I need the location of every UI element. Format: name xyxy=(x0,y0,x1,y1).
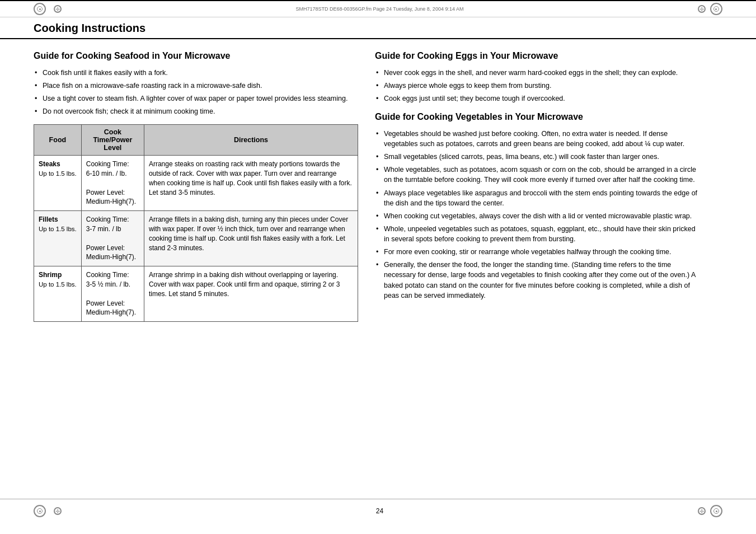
list-item: Place fish on a microwave-safe roasting … xyxy=(34,81,358,91)
table-row: Shrimp Up to 1.5 lbs. Cooking Time: 3-5 … xyxy=(34,266,358,322)
col-header-cook-time: Cook Time/Power Level xyxy=(81,125,144,156)
col-header-food: Food xyxy=(34,125,82,156)
directions-cell: Arrange fillets in a baking dish, turnin… xyxy=(144,211,358,266)
main-content: Guide for Cooking Seafood in Your Microw… xyxy=(0,39,756,333)
page-wrapper: ✛ SMH7178STD DE68-00356GP.fm Page 24 Tue… xyxy=(0,0,756,534)
bottom-right-circle-inner: ✛ xyxy=(698,507,706,515)
eggs-bullets: Never cook eggs in the shell, and never … xyxy=(375,68,699,104)
cook-time-cell: Cooking Time: 3-7 min. / lb Power Level:… xyxy=(81,211,144,266)
top-bar: ✛ SMH7178STD DE68-00356GP.fm Page 24 Tue… xyxy=(0,0,756,17)
cooking-table: Food Cook Time/Power Level Directions St… xyxy=(34,124,358,322)
right-column: Guide for Cooking Eggs in Your Microwave… xyxy=(375,50,699,322)
food-cell: Shrimp Up to 1.5 lbs. xyxy=(34,266,82,322)
directions-cell: Arrange shrimp in a baking dish without … xyxy=(144,266,358,322)
bottom-left-circle-inner: ✛ xyxy=(54,507,62,515)
table-row: Steaks Up to 1.5 lbs. Cooking Time: 6-10… xyxy=(34,156,358,211)
list-item: Use a tight cover to steam fish. A light… xyxy=(34,93,358,104)
list-item: Never cook eggs in the shell, and never … xyxy=(375,68,699,78)
eggs-heading: Guide for Cooking Eggs in Your Microwave xyxy=(375,50,699,62)
page-title: Cooking Instructions xyxy=(34,22,145,34)
seafood-bullets: Cook fish until it flakes easily with a … xyxy=(34,68,358,117)
cook-time-cell: Cooking Time: 3-5 ½ min. / lb. Power Lev… xyxy=(81,266,144,322)
file-info: SMH7178STD DE68-00356GP.fm Page 24 Tuesd… xyxy=(296,6,464,12)
directions-cell: Arrange steaks on roasting rack with mea… xyxy=(144,156,358,211)
list-item: Cook fish until it flakes easily with a … xyxy=(34,68,358,78)
list-item: For more even cooking, stir or rearrange… xyxy=(375,247,699,257)
list-item: Whole vegetables, such as potatoes, acor… xyxy=(375,165,699,185)
page-title-bar: Cooking Instructions xyxy=(0,17,756,39)
seafood-heading: Guide for Cooking Seafood in Your Microw… xyxy=(34,50,358,62)
top-right-circle-inner: ✛ xyxy=(698,5,706,13)
page-number: 24 xyxy=(62,507,698,515)
bottom-left-circle-outer xyxy=(34,505,46,517)
list-item: Small vegetables (sliced carrots, peas, … xyxy=(375,152,699,162)
list-item: Always pierce whole eggs to keep them fr… xyxy=(375,81,699,91)
list-item: Generally, the denser the food, the long… xyxy=(375,260,699,301)
list-item: Whole, unpeeled vegetables such as potat… xyxy=(375,224,699,244)
table-row: Fillets Up to 1.5 lbs. Cooking Time: 3-7… xyxy=(34,211,358,266)
food-cell: Fillets Up to 1.5 lbs. xyxy=(34,211,82,266)
list-item: Always place vegetables like asparagus a… xyxy=(375,188,699,208)
bottom-bar: ✛ 24 ✛ xyxy=(0,499,756,523)
list-item: Do not overcook fish; check it at minimu… xyxy=(34,106,358,116)
list-item: Cook eggs just until set; they become to… xyxy=(375,93,699,104)
top-left-circle-inner: ✛ xyxy=(54,5,62,13)
cook-time-cell: Cooking Time: 6-10 min. / lb. Power Leve… xyxy=(81,156,144,211)
vegetables-bullets: Vegetables should be washed just before … xyxy=(375,129,699,301)
bottom-right-circle-outer xyxy=(710,505,722,517)
top-left-circle-outer xyxy=(34,3,46,15)
food-cell: Steaks Up to 1.5 lbs. xyxy=(34,156,82,211)
left-column: Guide for Cooking Seafood in Your Microw… xyxy=(34,50,358,322)
col-header-directions: Directions xyxy=(144,125,358,156)
vegetables-heading: Guide for Cooking Vegetables in Your Mic… xyxy=(375,111,699,123)
list-item: When cooking cut vegetables, always cove… xyxy=(375,211,699,221)
top-right-circle-outer xyxy=(710,3,722,15)
list-item: Vegetables should be washed just before … xyxy=(375,129,699,149)
